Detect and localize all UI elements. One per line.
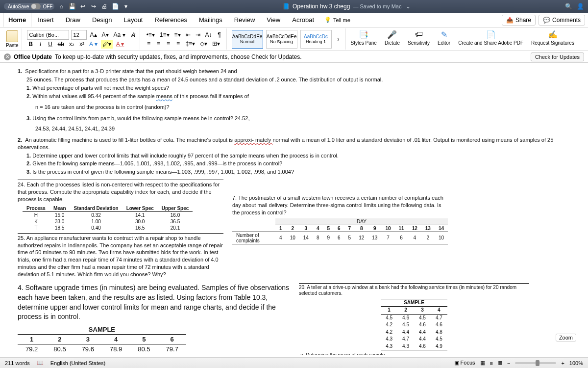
close-icon[interactable]: ✕ xyxy=(4,53,11,60)
saved-label: — Saved to my Mac xyxy=(353,3,401,9)
office-update-bar: ✕ Office Update To keep up-to-date with … xyxy=(0,51,588,63)
paste-button[interactable]: Paste xyxy=(6,43,19,48)
tab-references[interactable]: References xyxy=(149,13,193,27)
app-icon: 📘 xyxy=(282,3,290,10)
shading-button[interactable]: ◇▾ xyxy=(198,39,209,48)
justify-button[interactable]: ≡ xyxy=(174,39,182,48)
style-normal[interactable]: AaBbCcDdEeNormal xyxy=(232,30,263,49)
tab-home[interactable]: Home xyxy=(3,13,31,27)
zoom-button[interactable]: Zoom xyxy=(556,334,576,342)
font-size-input[interactable] xyxy=(71,30,87,40)
titlebar: AutoSave OFF ⌂ 💾 ↩ ↪ 🖨 📄 ▾ 📘 Operation h… xyxy=(0,0,588,13)
zoom-out-button[interactable]: − xyxy=(507,360,510,366)
share-button[interactable]: 📤 Share xyxy=(502,15,536,26)
bullets-button[interactable]: •≡▾ xyxy=(145,30,156,39)
share-icon: 📤 xyxy=(506,17,514,24)
signature-icon: ✍ xyxy=(547,29,558,39)
ribbon: Paste A▴ A▾ Aa ▾ A̷ B I U ab x₂ x² A ▾ 🖊… xyxy=(0,27,588,51)
new-doc-icon[interactable]: 📄 xyxy=(111,2,119,10)
highlight-button[interactable]: 🖊▾ xyxy=(101,40,113,49)
undo-icon[interactable]: ↩ xyxy=(79,2,87,10)
sensitivity-icon: 🏷 xyxy=(414,29,424,39)
document-title[interactable]: Operation hw 3 chegg xyxy=(293,3,350,10)
clear-format-button[interactable]: A̷ xyxy=(129,30,137,39)
superscript-button[interactable]: x² xyxy=(78,40,86,49)
styles-more-button[interactable]: › xyxy=(335,35,343,44)
outdent-button[interactable]: ⇤ xyxy=(184,30,192,39)
italic-button[interactable]: I xyxy=(37,40,45,49)
home-icon[interactable]: ⌂ xyxy=(57,2,65,10)
increase-font-button[interactable]: A▴ xyxy=(89,30,98,39)
print-icon[interactable]: 🖨 xyxy=(100,2,108,10)
status-bar: 211 words 📖 English (United States) ▣ Fo… xyxy=(0,357,588,368)
tell-me-input[interactable]: Tell me xyxy=(333,17,350,23)
align-center-button[interactable]: ≡ xyxy=(155,39,163,48)
tab-insert[interactable]: Insert xyxy=(32,13,59,27)
align-right-button[interactable]: ≡ xyxy=(165,39,172,48)
language-label[interactable]: English (United States) xyxy=(50,360,106,366)
indent-button[interactable]: ⇥ xyxy=(194,30,202,39)
multilevel-button[interactable]: ≡▾ xyxy=(173,30,182,39)
numbering-button[interactable]: 1≡▾ xyxy=(158,30,171,39)
styles-pane-icon: 📑 xyxy=(358,29,369,39)
editor-icon: ✎ xyxy=(439,29,449,39)
user-avatar-icon[interactable]: 👤 xyxy=(576,2,584,10)
update-title: Office Update xyxy=(14,53,52,60)
tab-review[interactable]: Review xyxy=(229,13,261,27)
font-color-button[interactable]: A ▾ xyxy=(115,40,126,49)
comments-icon: 💬 xyxy=(543,17,550,24)
show-marks-button[interactable]: ¶ xyxy=(216,30,223,39)
save-icon[interactable]: 💾 xyxy=(68,2,76,10)
print-layout-view-icon[interactable]: ▦ xyxy=(480,360,485,366)
bulb-icon: 💡 xyxy=(324,17,331,23)
sort-button[interactable]: A↓ xyxy=(204,30,214,39)
title-dropdown-icon[interactable]: ⌄ xyxy=(404,2,412,10)
styles-pane-button[interactable]: 📑Styles Pane xyxy=(348,28,380,50)
style-no-spacing[interactable]: AaBbCcDdEeNo Spacing xyxy=(266,30,297,49)
dictate-button[interactable]: 🎤Dictate xyxy=(382,28,403,50)
document-body[interactable]: 1. Specifications for a part for a 3-D p… xyxy=(0,63,588,355)
zoom-in-button[interactable]: + xyxy=(561,360,564,366)
search-icon[interactable]: 🔍 xyxy=(564,2,572,10)
align-left-button[interactable]: ≡ xyxy=(145,39,153,48)
focus-mode-button[interactable]: ▣ Focus xyxy=(454,360,475,366)
line-spacing-button[interactable]: ‡≡▾ xyxy=(184,39,197,48)
pdf-icon: 📄 xyxy=(486,29,496,39)
tab-layout[interactable]: Layout xyxy=(118,13,148,27)
text-effects-button[interactable]: A ▾ xyxy=(88,40,99,49)
decrease-font-button[interactable]: A▾ xyxy=(100,30,110,39)
borders-button[interactable]: ⊞▾ xyxy=(211,39,221,48)
styles-gallery: AaBbCcDdEeNormal AaBbCcDdEeNo Spacing Aa… xyxy=(232,30,343,49)
tab-acrobat[interactable]: Acrobat xyxy=(287,13,319,27)
paste-icon[interactable] xyxy=(6,30,18,42)
tab-draw[interactable]: Draw xyxy=(60,13,86,27)
word-count[interactable]: 211 words xyxy=(5,360,30,366)
underline-button[interactable]: U xyxy=(47,40,54,49)
change-case-button[interactable]: Aa ▾ xyxy=(112,30,127,39)
tab-view[interactable]: View xyxy=(261,13,286,27)
zoom-level[interactable]: 100% xyxy=(569,360,583,366)
create-share-pdf-button[interactable]: 📄Create and Share Adobe PDF xyxy=(455,28,526,50)
outline-view-icon[interactable]: ≣ xyxy=(498,360,502,366)
web-layout-view-icon[interactable]: ≡ xyxy=(490,360,493,366)
ribbon-tabs: Home Insert Draw Design Layout Reference… xyxy=(0,13,588,27)
editor-button[interactable]: ✎Editor xyxy=(435,28,453,50)
autosave-toggle[interactable]: AutoSave OFF xyxy=(4,3,54,10)
redo-icon[interactable]: ↪ xyxy=(90,2,98,10)
check-updates-button[interactable]: Check for Updates xyxy=(531,53,584,61)
qat-dropdown-icon[interactable]: ▾ xyxy=(122,2,130,10)
tab-mailings[interactable]: Mailings xyxy=(194,13,228,27)
subscript-button[interactable]: x₂ xyxy=(68,40,76,49)
sensitivity-button[interactable]: 🏷Sensitivity xyxy=(405,28,433,50)
zoom-slider[interactable] xyxy=(515,362,556,364)
request-signatures-button[interactable]: ✍Request Signatures xyxy=(528,28,577,50)
bold-button[interactable]: B xyxy=(27,40,35,49)
style-heading-1[interactable]: AaBbCcDcHeading 1 xyxy=(300,30,332,49)
spell-check-icon[interactable]: 📖 xyxy=(37,360,44,366)
update-message: To keep up-to-date with security updates… xyxy=(55,53,302,60)
tab-design[interactable]: Design xyxy=(87,13,117,27)
paste-group: Paste xyxy=(3,28,22,50)
strikethrough-button[interactable]: ab xyxy=(56,40,66,49)
comments-button[interactable]: 💬 Comments xyxy=(539,15,585,26)
font-name-input[interactable] xyxy=(27,30,69,40)
